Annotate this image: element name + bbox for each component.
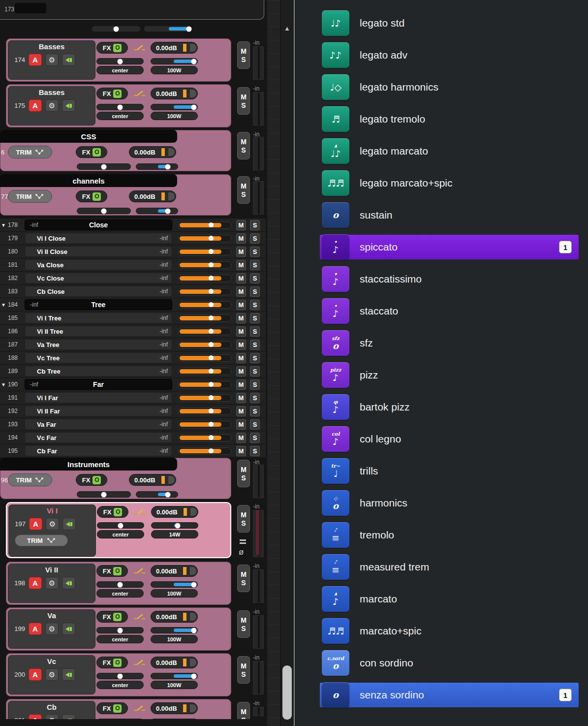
track[interactable]: Vc 200 A ⚙ FXO 0.00dB center 100W bbox=[0, 653, 266, 697]
track-name-box[interactable]: Vc Close -inf bbox=[25, 273, 172, 284]
track-name-box[interactable]: Cb Far -inf bbox=[25, 445, 172, 456]
track[interactable]: Cb 201 A ⚙ FXO 0.00dB center 100W bbox=[0, 699, 266, 719]
track-name-box[interactable]: Vi I Tree -inf bbox=[25, 313, 172, 323]
phase-button[interactable]: ø bbox=[239, 547, 244, 557]
mute-button[interactable]: M bbox=[236, 247, 246, 257]
monitor-button[interactable] bbox=[62, 54, 75, 66]
mute-button[interactable]: M bbox=[236, 300, 246, 310]
track-row[interactable]: ▼ 189 Cb Tree -inf M S bbox=[0, 365, 266, 378]
fx-enabled-indicator[interactable]: O bbox=[113, 704, 122, 713]
width-slider[interactable]: 100W bbox=[151, 719, 198, 719]
fx-button[interactable]: FXO bbox=[96, 611, 128, 623]
width-slider[interactable]: 100W bbox=[151, 673, 198, 689]
record-arm-button[interactable]: A bbox=[29, 668, 42, 681]
mute-button[interactable]: M bbox=[236, 393, 246, 403]
solo-button[interactable]: S bbox=[250, 446, 260, 456]
monitor-button[interactable] bbox=[62, 99, 75, 112]
articulation-row[interactable]: pizz ♪ pizz bbox=[322, 361, 577, 389]
solo-button[interactable]: S bbox=[241, 671, 246, 678]
trim-button[interactable]: TRIM bbox=[8, 146, 52, 158]
volume-fader[interactable] bbox=[178, 328, 231, 335]
track-name-box[interactable]: Vi II Far -inf bbox=[25, 406, 172, 416]
volume-fader[interactable] bbox=[178, 381, 231, 388]
collapse-icon[interactable]: ▼ bbox=[1, 222, 8, 228]
track[interactable]: Basses 175 A ⚙ FXO 0.00dB center 100W bbox=[0, 84, 266, 128]
articulation-row[interactable]: ♬♬ legato marcato+spic bbox=[322, 169, 577, 197]
record-arm-button[interactable]: A bbox=[29, 54, 42, 66]
volume-fader[interactable] bbox=[178, 288, 231, 295]
track-row[interactable]: ▼ 188 Vc Tree -inf M S bbox=[0, 351, 266, 365]
articulation-row[interactable]: ∧ ♩♪ legato marcato bbox=[322, 137, 577, 165]
track-name-box[interactable]: Vi I Far -inf bbox=[25, 392, 172, 403]
volume-button[interactable]: 0.00dB bbox=[151, 42, 198, 54]
solo-button[interactable]: S bbox=[250, 366, 260, 377]
pan-slider[interactable]: center bbox=[96, 58, 144, 74]
articulation-row[interactable]: ♪ ≡ tremolo bbox=[322, 521, 577, 549]
width-slider[interactable] bbox=[136, 208, 178, 214]
monitor-button[interactable] bbox=[62, 518, 76, 530]
track-row[interactable]: ▼ 181 Va Close -inf M S bbox=[0, 258, 266, 272]
volume-button[interactable]: 0.00dB bbox=[151, 611, 198, 623]
settings-button[interactable]: ⚙ bbox=[46, 518, 59, 530]
scrollbar-thumb[interactable] bbox=[282, 665, 292, 720]
mute-button[interactable]: M bbox=[236, 326, 246, 337]
volume-button[interactable]: 0.00dB bbox=[151, 88, 198, 99]
width-slider[interactable]: 100W bbox=[151, 627, 198, 643]
bypass-icon[interactable] bbox=[132, 658, 147, 667]
width-slider[interactable]: 14W bbox=[151, 522, 198, 538]
trim-button[interactable]: TRIM bbox=[8, 473, 52, 486]
fx-button[interactable]: FXO bbox=[96, 565, 128, 577]
volume-fader[interactable] bbox=[178, 315, 231, 322]
volume-fader[interactable] bbox=[178, 447, 231, 455]
fx-enabled-indicator[interactable]: O bbox=[113, 567, 122, 575]
bypass-icon[interactable] bbox=[132, 507, 147, 516]
settings-button[interactable]: ⚙ bbox=[45, 668, 59, 681]
track-name-box[interactable]: -inf Far bbox=[25, 379, 172, 390]
track[interactable]: Basses 174 A ⚙ FXO 0.00dB center 100W bbox=[0, 38, 266, 83]
solo-button[interactable]: S bbox=[250, 419, 260, 430]
volume-fader[interactable] bbox=[178, 434, 231, 442]
scroll-up-icon[interactable]: ▲ bbox=[284, 25, 290, 32]
fx-button[interactable]: FXO bbox=[76, 190, 107, 202]
solo-button[interactable]: S bbox=[250, 260, 260, 270]
settings-button[interactable]: ⚙ bbox=[45, 54, 59, 66]
pan-slider[interactable]: center bbox=[96, 581, 144, 598]
solo-button[interactable]: S bbox=[250, 273, 260, 284]
articulation-row[interactable]: col ♪ col legno bbox=[322, 425, 577, 453]
track-row[interactable]: ▼ 192 Vi II Far -inf M S bbox=[0, 405, 266, 418]
track-row[interactable]: ▼ 190 -inf Far M S bbox=[0, 378, 266, 391]
articulation-row[interactable]: ♩♪ legato std bbox=[322, 9, 577, 37]
track-name-box[interactable]: Cb Close -inf bbox=[25, 286, 172, 297]
solo-button[interactable]: S bbox=[250, 433, 260, 443]
articulation-row[interactable]: • ♪ spiccato 1 bbox=[322, 233, 577, 261]
folder-track[interactable]: Instruments 96 TRIM FXO 0.00dB M S -in bbox=[0, 458, 266, 500]
track-row[interactable]: ▼ 180 Vi II Close -inf M S bbox=[0, 245, 266, 258]
settings-button[interactable]: ⚙ bbox=[45, 714, 59, 719]
fx-button[interactable]: FXO bbox=[96, 42, 128, 54]
solo-button[interactable]: S bbox=[241, 579, 246, 586]
articulation-row[interactable]: ◇ o harmonics bbox=[322, 489, 577, 517]
track-name-box[interactable]: Va Tree -inf bbox=[25, 339, 172, 350]
width-slider[interactable] bbox=[136, 163, 178, 170]
record-arm-button[interactable]: A bbox=[29, 577, 42, 589]
track-row[interactable]: ▼ 191 Vi I Far -inf M S bbox=[0, 391, 266, 405]
volume-button[interactable]: 0.00dB bbox=[151, 657, 198, 668]
width-slider[interactable] bbox=[144, 26, 192, 32]
solo-button[interactable]: S bbox=[241, 56, 246, 63]
track[interactable]: Va 199 A ⚙ FXO 0.00dB center 100W bbox=[0, 607, 266, 652]
pan-slider[interactable] bbox=[77, 163, 131, 170]
scrollbar-track[interactable] bbox=[281, 0, 294, 726]
settings-button[interactable]: ⚙ bbox=[45, 577, 59, 589]
articulation-row[interactable]: tr~ ♩ trills bbox=[322, 457, 577, 485]
fx-button[interactable]: FXO bbox=[76, 474, 107, 486]
mute-button[interactable]: M bbox=[241, 617, 247, 624]
track-name-box[interactable]: Vi I Close -inf bbox=[25, 233, 172, 244]
record-arm-button[interactable]: A bbox=[29, 99, 42, 112]
volume-fader[interactable] bbox=[178, 408, 231, 415]
solo-button[interactable]: S bbox=[241, 520, 246, 527]
track-name-box[interactable]: Vi II Tree -inf bbox=[25, 326, 172, 337]
pan-slider[interactable]: center bbox=[96, 627, 144, 643]
solo-button[interactable]: S bbox=[241, 625, 246, 632]
fx-enabled-indicator[interactable]: O bbox=[114, 508, 122, 516]
mute-button[interactable]: M bbox=[236, 313, 246, 323]
